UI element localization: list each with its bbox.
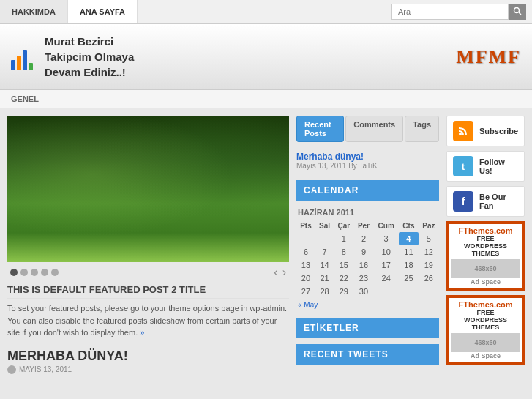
ad-block-2[interactable]: FThemes.com FREE WORDPRESS THEMES 468x60… [446,295,525,365]
rss-svg [457,125,469,137]
calendar-nav-prev[interactable]: « May [296,298,439,312]
calendar-week-3: 20212223242526 [296,272,439,285]
center-column: Recent Posts Comments Tags Merhaba dünya… [296,116,439,374]
cal-day[interactable]: 19 [419,258,439,272]
cal-day[interactable]: 20 [296,272,315,285]
ad1-free: FREE [451,235,520,242]
prev-arrow[interactable]: ‹ [274,266,277,279]
cal-day[interactable]: 26 [419,272,439,285]
ad-block-1[interactable]: FThemes.com FREE WORDPRESS THEMES 468x60… [446,221,525,291]
dot-2[interactable] [20,269,28,276]
day-cum: Cum [373,220,399,232]
forest-overlay [7,116,289,262]
recent-tweets-header: RECENT TWEETS [296,344,439,365]
cal-day[interactable]: 5 [419,232,439,245]
mfmf-logo: MFMF [456,46,521,68]
calendar-week-1: 6789101112 [296,245,439,258]
day-cts: Cts [399,220,419,232]
subscribe-button[interactable]: Subscribe [446,116,525,146]
fan-button[interactable]: f Be Our Fan [446,186,525,217]
search-bar [386,0,532,23]
calendar-month: HAZİRAN 2011 [296,205,439,220]
cal-day[interactable]: 10 [373,245,399,258]
ad1-wp: WORDPRESS [451,242,520,250]
cal-day[interactable]: 24 [373,272,399,285]
tab-recent-posts[interactable]: Recent Posts [296,116,344,142]
cal-day[interactable]: 21 [315,272,334,285]
excerpt-text: To set your featured posts, please go to… [7,304,287,337]
fan-label: Be Our Fan [479,193,518,210]
dot-4[interactable] [41,269,48,276]
cal-day [399,285,419,298]
featured-post-title: THIS IS DEFAULT FEATURED POST 2 TITLE [7,281,289,299]
nav-anasayfa[interactable]: ANA SAYFA [68,0,138,23]
search-button[interactable] [509,4,526,20]
follow-button[interactable]: t Follow Us! [446,151,525,182]
right-column: Subscribe t Follow Us! f Be Our Fan FThe… [446,116,525,374]
tab-tags[interactable]: Tags [405,116,439,142]
cal-day[interactable]: 13 [296,258,315,272]
bar3 [23,50,27,70]
cal-day[interactable]: 4 [399,232,419,245]
svg-point-2 [459,133,462,135]
cal-day[interactable]: 17 [373,258,399,272]
search-input[interactable] [391,4,509,20]
dot-1[interactable] [10,269,18,276]
cal-day[interactable]: 27 [296,285,315,298]
day-car: Çar [334,220,353,232]
cal-day[interactable]: 2 [354,232,374,245]
cal-day[interactable]: 11 [399,245,419,258]
big-post-date: MAYIS 13, 2011 [19,365,72,373]
ad2-themes: THEMES [451,324,520,331]
featured-image [7,116,289,262]
search-icon [513,7,522,15]
cal-day[interactable]: 30 [354,285,374,298]
cal-day[interactable]: 22 [334,272,353,285]
featured-post-excerpt: To set your featured posts, please go to… [7,299,289,343]
nav-hakkimda[interactable]: HAKKIMDA [0,0,68,23]
ad2-brand: FThemes.com [451,300,520,309]
cal-day[interactable]: 6 [296,245,315,258]
cal-day[interactable]: 1 [334,232,353,245]
slideshow-arrows: ‹ › [274,266,286,279]
tab-comments[interactable]: Comments [345,116,403,142]
rss-icon [453,121,473,141]
cal-day[interactable]: 15 [334,258,353,272]
cal-day[interactable]: 28 [315,285,334,298]
day-sal: Sal [315,220,334,232]
site-title: Murat Bezirci Takipcim Olmaya Devam Edin… [45,34,134,80]
facebook-icon: f [453,191,473,212]
cal-day[interactable]: 8 [334,245,353,258]
cal-day[interactable]: 29 [334,285,353,298]
featured-nav: ‹ › [7,262,289,281]
dot-3[interactable] [31,269,38,276]
recent-post-title[interactable]: Merhaba dünya! [296,152,439,162]
cal-day [419,285,439,298]
cal-day[interactable]: 25 [399,272,419,285]
left-column: ‹ › THIS IS DEFAULT FEATURED POST 2 TITL… [7,116,289,374]
cal-day[interactable]: 9 [354,245,374,258]
recent-post-item: Merhaba dünya! Mayıs 13, 2011 By TaTiK [296,148,439,174]
site-name-line1: Murat Bezirci [45,34,134,49]
cal-day[interactable]: 7 [315,245,334,258]
cal-day [373,285,399,298]
calendar-widget: CALENDAR HAZİRAN 2011 Pts Sal Çar Per Cu… [296,180,439,312]
cal-day[interactable]: 16 [354,258,374,272]
user-icon [7,365,16,374]
recent-post-meta: Mayıs 13, 2011 By TaTiK [296,162,439,170]
cal-day[interactable]: 12 [419,245,439,258]
ad2-free: FREE [451,309,520,316]
cal-day[interactable]: 3 [373,232,399,245]
next-arrow[interactable]: › [282,266,286,279]
cal-day[interactable]: 23 [354,272,374,285]
big-post-title: MERHABA DÜNYA! [7,343,289,365]
read-more-link[interactable]: » [140,328,144,337]
dot-5[interactable] [51,269,59,276]
cal-day[interactable]: 14 [315,258,334,272]
site-name-line2: Takipcim Olmaya [45,49,134,64]
cal-day[interactable]: 18 [399,258,419,272]
ad1-space: Ad Space [451,278,520,286]
facebook-letter: f [462,195,465,207]
calendar-week-0: 12345 [296,232,439,245]
ad2-size: 468x60 [451,333,520,352]
